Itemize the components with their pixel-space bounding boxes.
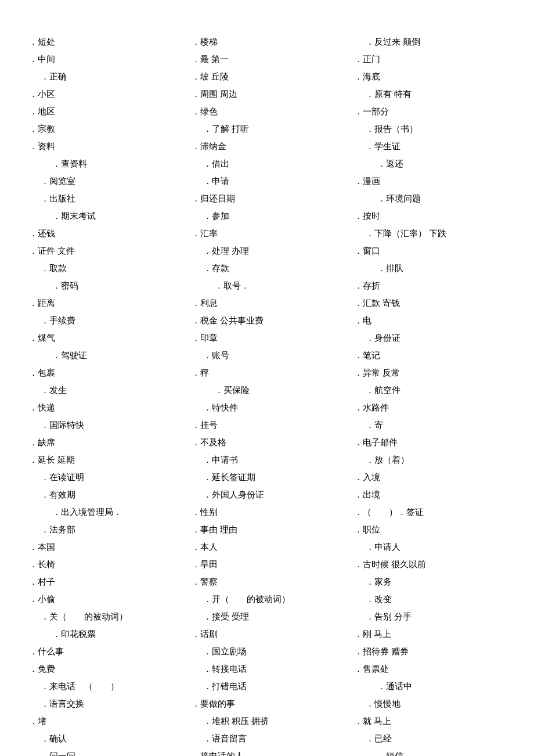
list-item: 一部分	[354, 105, 505, 118]
list-item: 漫画	[354, 174, 505, 188]
list-item: 小偷	[29, 592, 180, 606]
list-item: 通话中	[354, 679, 505, 693]
list-item: （ ）．签证	[354, 505, 505, 519]
list-item: 电子邮件	[354, 435, 505, 449]
list-item: 期末考试	[29, 209, 180, 223]
list-item: 汇率	[192, 226, 342, 240]
list-item: 职位	[354, 523, 505, 537]
list-item: 环境问题	[354, 192, 505, 206]
column-1: 短处中间正确小区地区宗教资料查资料阅览室出版社期末考试还钱证件 文件取款密码距离…	[23, 35, 186, 756]
list-item: 家务	[354, 575, 505, 589]
list-item: 国际特快	[29, 418, 180, 432]
list-item: 小区	[29, 87, 180, 101]
list-item: 申请	[192, 174, 342, 188]
list-item: 坡 丘陵	[192, 70, 342, 84]
list-item: 最 第一	[192, 52, 342, 66]
list-item: 水路件	[354, 401, 505, 415]
list-item: 不及格	[192, 435, 342, 449]
list-item: 了解 打听	[192, 122, 342, 136]
list-item: 印花税票	[29, 627, 180, 641]
list-item: 要做的事	[192, 697, 342, 711]
list-item: 驾驶证	[29, 348, 180, 362]
column-3: 反过来 颠倒正门海底原有 特有一部分报告（书）学生证返还漫画环境问题按时下降（汇…	[348, 35, 511, 756]
list-item: 语音留言	[192, 732, 342, 746]
list-item: 地区	[29, 105, 180, 118]
list-item: 笔记	[354, 348, 505, 362]
list-item: 参加	[192, 209, 342, 223]
list-item: 账号	[192, 348, 342, 362]
list-item: 放（着）	[354, 453, 505, 467]
column-2: 楼梯最 第一坡 丘陵周围 周边绿色了解 打听滞纳金借出申请归还日期参加汇率处理 …	[186, 35, 348, 756]
list-item: 周围 周边	[192, 87, 342, 101]
list-item: 资料	[29, 139, 180, 153]
list-item: 存款	[192, 261, 342, 275]
list-item: 煤气	[29, 331, 180, 345]
list-item: 楼梯	[192, 35, 342, 49]
list-item: 汇款 寄钱	[354, 296, 505, 310]
list-item: 下降（汇率） 下跌	[354, 226, 505, 240]
list-item: 长椅	[29, 557, 180, 571]
list-item: 异常 反常	[354, 366, 505, 380]
list-item: 滞纳金	[192, 139, 342, 153]
list-item: 入境	[354, 470, 505, 484]
list-item: 法务部	[29, 523, 180, 537]
list-item: 取款	[29, 261, 180, 275]
list-item: 在读证明	[29, 470, 180, 484]
list-item: 短处	[29, 35, 180, 49]
list-item: 出入境管理局．	[29, 505, 180, 519]
list-item: 海底	[354, 70, 505, 84]
list-item: 特快件	[192, 401, 342, 415]
list-item: 秤	[192, 366, 342, 380]
list-item: 取号．	[192, 279, 342, 293]
list-item: 语言交换	[29, 697, 180, 711]
list-item: 接受 受理	[192, 610, 342, 624]
list-item: 挂号	[192, 418, 342, 432]
list-item: 正确	[29, 70, 180, 84]
list-item: 慢慢地	[354, 697, 505, 711]
list-item: 转接电话	[192, 662, 342, 676]
main-content: 短处中间正确小区地区宗教资料查资料阅览室出版社期末考试还钱证件 文件取款密码距离…	[23, 35, 511, 756]
list-item: 买保险	[192, 383, 342, 397]
list-item: 堆积 积压 拥挤	[192, 714, 342, 728]
list-item: 绿色	[192, 105, 342, 118]
list-item: 证件 文件	[29, 244, 180, 258]
list-item: 返还	[354, 157, 505, 171]
list-item: 窗口	[354, 244, 505, 258]
list-item: 税金 公共事业费	[192, 314, 342, 327]
list-item: 反过来 颠倒	[354, 35, 505, 49]
list-item: 延长签证期	[192, 470, 342, 484]
list-item: 快递	[29, 401, 180, 415]
list-item: 国立剧场	[192, 645, 342, 658]
list-item: 古时候 很久以前	[354, 557, 505, 571]
list-item: 事由 理由	[192, 523, 342, 537]
list-item: 告别 分手	[354, 610, 505, 624]
list-item: 存折	[354, 279, 505, 293]
list-item: 手续费	[29, 314, 180, 327]
list-item: 警察	[192, 575, 342, 589]
list-item: 旱田	[192, 557, 342, 571]
list-item: 查资料	[29, 157, 180, 171]
list-item: 排队	[354, 261, 505, 275]
list-item: 报告（书）	[354, 122, 505, 136]
list-item: 已经	[354, 732, 505, 746]
list-item: 申请书	[192, 453, 342, 467]
list-item: 包裹	[29, 366, 180, 380]
list-item: 来电话 （ ）	[29, 679, 180, 693]
list-item: 密码	[29, 279, 180, 293]
list-item: 堵	[29, 714, 180, 728]
list-item: 短信	[354, 749, 505, 756]
list-item: 出版社	[29, 192, 180, 206]
list-item: 性别	[192, 505, 342, 519]
list-item: 问一问	[29, 749, 180, 756]
list-item: 打错电话	[192, 679, 342, 693]
list-item: 身份证	[354, 331, 505, 345]
list-item: 处理 办理	[192, 244, 342, 258]
list-item: 刚 马上	[354, 627, 505, 641]
list-item: 缺席	[29, 435, 180, 449]
list-item: 本国	[29, 540, 180, 554]
list-item: 宗教	[29, 122, 180, 136]
list-item: 招待券 赠券	[354, 645, 505, 658]
list-item: 免费	[29, 662, 180, 676]
list-item: 印章	[192, 331, 342, 345]
list-item: 延长 延期	[29, 453, 180, 467]
